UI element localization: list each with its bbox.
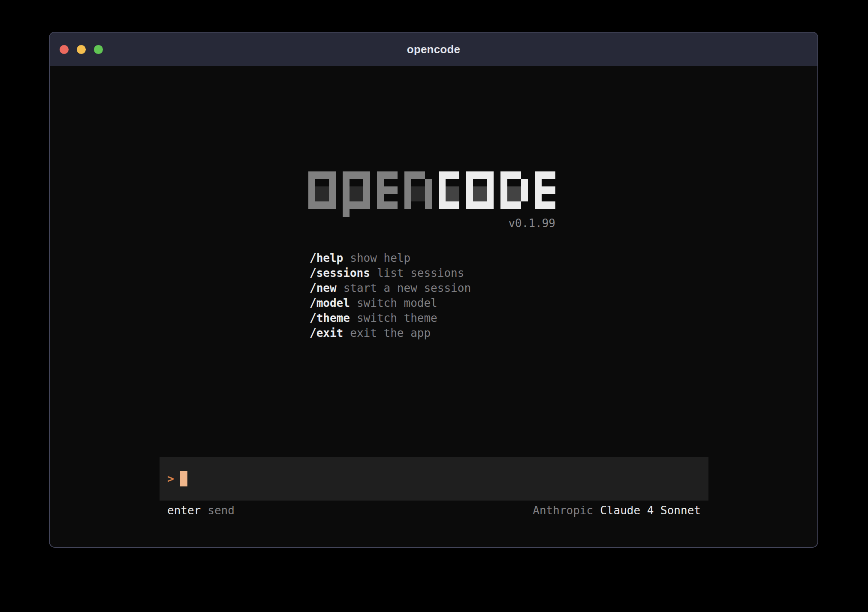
- command-description: list sessions: [377, 266, 464, 281]
- command-name: /help: [310, 251, 343, 266]
- command-row: /modelswitch model: [310, 296, 471, 311]
- app-window: opencode v0.1.99 /helpshow help/sessions…: [49, 32, 818, 548]
- logo-letter-e: [377, 171, 398, 209]
- command-description: start a new session: [344, 281, 471, 296]
- close-button[interactable]: [60, 45, 69, 54]
- command-description: switch theme: [357, 311, 437, 326]
- key-hint: entersend: [167, 504, 235, 517]
- logo-wordmark: [308, 171, 555, 217]
- version-label: v0.1.99: [308, 217, 555, 230]
- command-row: /helpshow help: [310, 251, 471, 266]
- logo-letter-c: [439, 171, 459, 209]
- command-row: /themeswitch theme: [310, 311, 471, 326]
- command-description: switch model: [357, 296, 437, 311]
- prompt-symbol: >: [167, 472, 174, 485]
- terminal-content: v0.1.99 /helpshow help/sessionslist sess…: [50, 66, 817, 547]
- logo-letter-d: [500, 171, 528, 209]
- model-indicator[interactable]: AnthropicClaude 4 Sonnet: [533, 504, 701, 517]
- model-name: Claude 4 Sonnet: [600, 504, 701, 517]
- logo-letter-e: [535, 171, 555, 209]
- opencode-logo: v0.1.99: [308, 171, 555, 217]
- logo-letter-o: [466, 171, 494, 209]
- status-bar: entersend AnthropicClaude 4 Sonnet: [160, 504, 708, 517]
- command-name: /sessions: [310, 266, 370, 281]
- command-name: /exit: [310, 326, 343, 341]
- command-row: /sessionslist sessions: [310, 266, 471, 281]
- logo-letter-o: [308, 171, 336, 209]
- model-provider: Anthropic: [533, 504, 593, 517]
- key-hint-action: send: [208, 504, 235, 517]
- window-title: opencode: [407, 43, 460, 56]
- command-description: show help: [350, 251, 410, 266]
- logo-letter-n: [404, 171, 432, 209]
- minimize-button[interactable]: [77, 45, 86, 54]
- command-name: /model: [310, 296, 350, 311]
- command-description: exit the app: [350, 326, 431, 341]
- text-cursor: [180, 471, 187, 486]
- key-hint-key: enter: [167, 504, 201, 517]
- command-name: /theme: [310, 311, 350, 326]
- prompt-input[interactable]: >: [160, 457, 708, 501]
- logo-letter-p: [343, 171, 370, 217]
- window-controls: [60, 33, 103, 66]
- command-row: /newstart a new session: [310, 281, 471, 296]
- command-name: /new: [310, 281, 337, 296]
- command-row: /exitexit the app: [310, 326, 471, 341]
- command-list: /helpshow help/sessionslist sessions/new…: [310, 251, 471, 341]
- maximize-button[interactable]: [94, 45, 103, 54]
- window-titlebar[interactable]: opencode: [50, 33, 817, 66]
